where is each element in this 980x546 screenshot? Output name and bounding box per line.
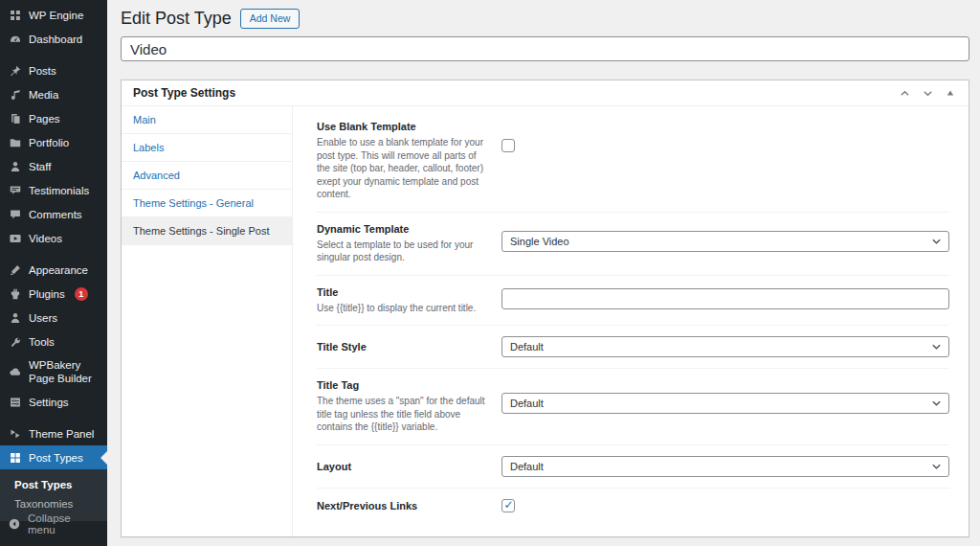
field-label: Use Blank Template <box>317 121 489 132</box>
sidebar-item-pages[interactable]: Pages <box>0 106 107 130</box>
sidebar-item-label: Settings <box>29 396 69 409</box>
sidebar-item-label: Appearance <box>29 263 88 277</box>
staff-person-icon <box>8 159 22 173</box>
title-style-select[interactable]: Default <box>501 336 949 357</box>
plugins-update-badge: 1 <box>75 287 88 301</box>
wpbakery-cloud-icon <box>8 365 22 379</box>
next-previous-links-checkbox[interactable] <box>501 499 515 512</box>
field-row-title: Title Use {{title}} to display the curre… <box>317 276 949 327</box>
sidebar-item-label: Comments <box>29 208 82 221</box>
comments-bubble-icon <box>8 207 22 221</box>
panel-body: Main Labels Advanced Theme Settings - Ge… <box>122 106 969 536</box>
sidebar-item-label: WPBakery Page Builder <box>29 358 102 385</box>
sidebar-item-settings[interactable]: Settings <box>0 390 107 414</box>
admin-menu: WP Engine Dashboard Posts Media Pa <box>0 0 107 469</box>
sidebar-item-dashboard[interactable]: Dashboard <box>0 27 107 51</box>
sidebar-item-tools[interactable]: Tools <box>0 330 107 353</box>
move-down-button[interactable] <box>917 82 938 103</box>
sidebar-item-label: Staff <box>29 160 51 173</box>
appearance-brush-icon <box>8 262 22 277</box>
sidebar-item-staff[interactable]: Staff <box>0 154 107 178</box>
post-types-grid-icon <box>8 450 22 465</box>
wp-engine-icon <box>8 8 22 22</box>
toggle-panel-button[interactable] <box>940 82 961 103</box>
move-up-button[interactable] <box>894 82 915 103</box>
chevron-down-icon <box>923 88 933 99</box>
field-label: Next/Previous Links <box>317 500 489 512</box>
panel-handle-actions <box>894 82 961 103</box>
settings-fields: Use Blank Template Enable to use a blank… <box>293 106 969 536</box>
field-row-dynamic-template: Dynamic Template Select a template to be… <box>317 213 949 276</box>
sidebar-item-label: Portfolio <box>29 136 69 149</box>
layout-select[interactable]: Default <box>501 456 949 477</box>
add-new-button[interactable]: Add New <box>240 9 301 29</box>
portfolio-folder-icon <box>8 135 22 149</box>
title-tag-select[interactable]: Default <box>501 393 949 414</box>
sidebar-item-portfolio[interactable]: Portfolio <box>0 130 107 154</box>
dynamic-template-select[interactable]: Single Video <box>501 231 949 252</box>
sidebar-item-plugins[interactable]: Plugins 1 <box>0 282 107 306</box>
tab-theme-settings-general[interactable]: Theme Settings - General <box>122 190 292 217</box>
title-input[interactable] <box>501 288 949 309</box>
field-row-next-previous-links: Next/Previous Links <box>317 489 949 524</box>
videos-play-icon <box>8 231 22 245</box>
settings-tab-list: Main Labels Advanced Theme Settings - Ge… <box>122 106 293 536</box>
sidebar-item-label: Post Types <box>29 451 83 465</box>
sidebar-item-testimonials[interactable]: Testimonials <box>0 178 107 202</box>
field-row-title-style: Title Style Default <box>317 326 949 369</box>
main-content: Edit Post Type Add New Post Type Setting… <box>107 0 980 537</box>
tab-main[interactable]: Main <box>122 106 292 134</box>
field-description: Select a template to be used for your si… <box>317 239 489 264</box>
field-description: Use {{title}} to display the current tit… <box>317 302 489 315</box>
tools-wrench-icon <box>8 334 22 349</box>
sidebar-item-label: Dashboard <box>29 33 82 46</box>
sidebar-item-comments[interactable]: Comments <box>0 202 107 226</box>
sidebar-item-media[interactable]: Media <box>0 82 107 106</box>
panel-title: Post Type Settings <box>133 86 235 100</box>
tab-labels[interactable]: Labels <box>122 134 292 162</box>
sidebar-item-theme-panel[interactable]: Theme Panel <box>0 421 107 445</box>
submenu-item-post-types[interactable]: Post Types <box>0 475 107 494</box>
testimonials-bubble-icon <box>8 183 22 197</box>
sidebar-item-users[interactable]: Users <box>0 306 107 330</box>
tab-advanced[interactable]: Advanced <box>122 162 292 190</box>
sidebar-item-label: WP Engine <box>29 9 83 22</box>
field-label: Layout <box>317 461 489 472</box>
field-description: The theme uses a "span" for the default … <box>317 395 489 434</box>
collapse-menu-label: Collapse menu <box>28 512 100 535</box>
menu-separator <box>0 51 107 58</box>
use-blank-template-checkbox[interactable] <box>501 139 515 152</box>
sidebar-item-appearance[interactable]: Appearance <box>0 258 107 282</box>
sidebar-item-posts[interactable]: Posts <box>0 58 107 82</box>
admin-sidebar: WP Engine Dashboard Posts Media Pa <box>0 0 107 546</box>
sidebar-item-post-types[interactable]: Post Types <box>0 445 107 469</box>
sidebar-item-label: Theme Panel <box>29 427 94 441</box>
sidebar-item-wp-engine[interactable]: WP Engine <box>0 3 107 27</box>
field-description: Enable to use a blank template for your … <box>317 136 489 201</box>
media-note-icon <box>8 87 22 102</box>
sidebar-item-wpbakery[interactable]: WPBakery Page Builder <box>0 353 107 390</box>
post-type-name-input[interactable] <box>121 36 969 61</box>
field-row-use-blank-template: Use Blank Template Enable to use a blank… <box>317 110 949 213</box>
sidebar-item-label: Tools <box>29 335 55 349</box>
menu-separator <box>0 250 107 258</box>
field-row-layout: Layout Default <box>317 445 949 489</box>
plugins-plug-icon <box>8 286 22 301</box>
sidebar-item-videos[interactable]: Videos <box>0 226 107 250</box>
theme-panel-icon <box>8 426 22 441</box>
panel-header: Post Type Settings <box>122 80 969 106</box>
users-person-icon <box>8 310 22 325</box>
pages-icon <box>8 111 22 125</box>
sidebar-item-label: Pages <box>29 112 60 125</box>
field-label: Title <box>317 286 489 298</box>
sidebar-item-label: Plugins <box>29 287 65 301</box>
triangle-up-icon <box>947 89 954 97</box>
sidebar-item-label: Users <box>29 311 57 325</box>
sidebar-item-label: Videos <box>29 232 62 245</box>
field-row-title-tag: Title Tag The theme uses a "span" for th… <box>317 369 949 445</box>
sidebar-item-label: Media <box>29 88 58 102</box>
post-type-settings-panel: Post Type Settings Main Labels Advanced … <box>121 80 969 537</box>
collapse-menu-button[interactable]: Collapse menu <box>0 508 107 540</box>
collapse-icon <box>8 517 21 531</box>
tab-theme-settings-single-post[interactable]: Theme Settings - Single Post <box>122 217 292 245</box>
